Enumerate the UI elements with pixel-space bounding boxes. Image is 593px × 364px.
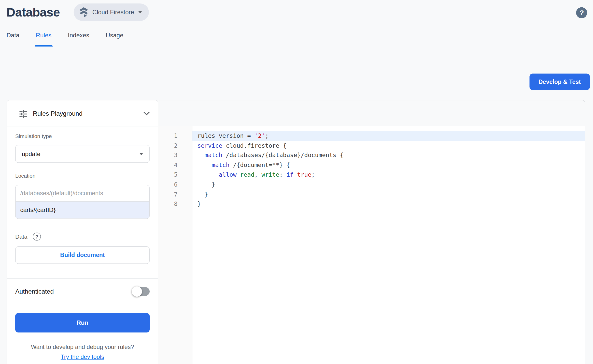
code-line[interactable]: } [192,190,585,199]
rules-playground-header[interactable]: Rules Playground [7,100,158,127]
rules-playground-panel: Rules Playground Simulation type update … [7,100,159,364]
code-line[interactable]: match /{document=**} { [192,160,585,170]
simulation-type-select[interactable]: update [15,145,150,163]
develop-test-button[interactable]: Develop & Test [529,74,590,90]
code-area[interactable]: rules_version = '2';service cloud.firest… [192,126,585,364]
simulation-type-label: Simulation type [15,133,150,139]
tab-bar: DataRulesIndexesUsage [0,31,593,46]
caret-down-icon [139,153,143,155]
line-number: 3 [159,151,192,160]
location-label: Location [15,173,150,179]
tune-icon [19,109,27,118]
line-number: 4 [159,160,192,170]
line-number: 2 [159,141,192,150]
dev-tools-question: Want to develop and debug your rules? [15,344,150,351]
chevron-down-icon[interactable] [144,112,150,115]
code-line[interactable]: allow read, write: if true; [192,170,585,180]
build-document-button[interactable]: Build document [15,246,150,264]
line-number: 6 [159,180,192,190]
code-line[interactable]: } [192,200,585,209]
line-number: 8 [159,200,192,209]
code-editor: 12345678 rules_version = '2';service clo… [159,126,585,364]
tab-indexes[interactable]: Indexes [68,31,89,46]
page: Database Cloud Firestore ? DataRulesInde… [0,0,593,364]
code-line[interactable]: rules_version = '2'; [192,131,585,141]
help-icon[interactable]: ? [576,7,587,19]
try-dev-tools-link[interactable]: Try the dev tools [61,354,104,360]
location-input-group: /databases/(default)/documents carts/{ca… [15,185,150,219]
rules-playground-title: Rules Playground [33,110,144,117]
page-title: Database [7,5,60,19]
run-button[interactable]: Run [15,313,150,333]
authenticated-toggle[interactable] [133,287,150,296]
main-content: Rules Playground Simulation type update … [7,100,593,364]
tab-usage[interactable]: Usage [106,31,123,46]
firestore-icon [79,7,88,18]
line-number: 1 [159,131,192,141]
editor-toolbar [159,100,585,126]
tab-rules[interactable]: Rules [36,31,51,46]
line-number: 5 [159,170,192,180]
product-switcher[interactable]: Cloud Firestore [74,4,149,21]
help-circle-icon[interactable]: ? [33,233,41,241]
code-line[interactable]: service cloud.firestore { [192,141,585,150]
data-label: Data [15,233,27,240]
line-number: 7 [159,190,192,199]
product-switcher-label: Cloud Firestore [92,9,134,16]
page-header: Database Cloud Firestore ? [0,0,593,24]
location-prefix: /databases/(default)/documents [16,185,149,201]
line-number-gutter: 12345678 [159,126,193,364]
authenticated-label: Authenticated [15,288,54,295]
simulation-type-value: update [22,150,139,157]
location-input[interactable]: carts/{cartID} [16,201,149,219]
tab-data[interactable]: Data [7,31,20,46]
rules-editor: 12345678 rules_version = '2';service clo… [159,100,585,364]
code-line[interactable]: match /databases/{database}/documents { [192,151,585,160]
toggle-knob [132,286,142,297]
caret-down-icon [138,11,142,13]
code-line[interactable]: } [192,180,585,190]
